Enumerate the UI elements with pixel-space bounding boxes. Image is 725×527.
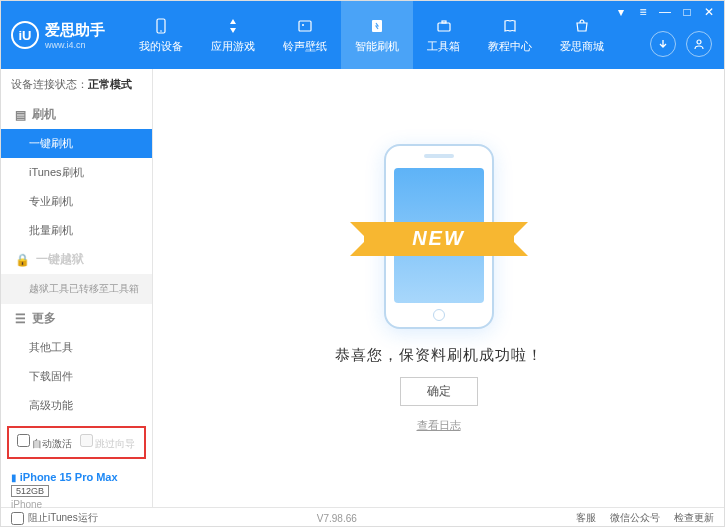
section-flash[interactable]: ▤ 刷机	[1, 100, 152, 129]
app-url: www.i4.cn	[45, 40, 105, 50]
svg-point-1	[160, 30, 162, 32]
maximize-icon[interactable]: □	[680, 5, 694, 19]
device-storage: 512GB	[11, 485, 49, 497]
lock-icon: 🔒	[15, 253, 30, 267]
nav-toolbox[interactable]: 工具箱	[413, 1, 474, 69]
nav-store[interactable]: 爱思商城	[546, 1, 618, 69]
nav-ringtones[interactable]: 铃声壁纸	[269, 1, 341, 69]
list-icon: ▤	[15, 108, 26, 122]
connection-status: 设备连接状态：正常模式	[1, 69, 152, 100]
more-icon: ☰	[15, 312, 26, 326]
sidebar: 设备连接状态：正常模式 ▤ 刷机 一键刷机 iTunes刷机 专业刷机 批量刷机…	[1, 69, 153, 507]
sidebar-item-other-tools[interactable]: 其他工具	[1, 333, 152, 362]
flash-icon	[367, 16, 387, 36]
logo-icon: iU	[11, 21, 39, 49]
footer-link-support[interactable]: 客服	[576, 511, 596, 525]
block-itunes-label: 阻止iTunes运行	[28, 511, 98, 525]
image-icon	[295, 16, 315, 36]
device-name: iPhone 15 Pro Max	[20, 471, 118, 483]
section-jailbreak: 🔒 一键越狱	[1, 245, 152, 274]
apps-icon	[223, 16, 243, 36]
svg-rect-6	[442, 21, 446, 23]
sidebar-item-itunes[interactable]: iTunes刷机	[1, 158, 152, 187]
window-controls: ▾ ≡ ― □ ✕	[614, 5, 716, 19]
svg-point-3	[302, 24, 304, 26]
svg-rect-2	[299, 21, 311, 31]
block-itunes-checkbox[interactable]	[11, 512, 24, 525]
phone-icon	[151, 16, 171, 36]
nav-apps[interactable]: 应用游戏	[197, 1, 269, 69]
version-label: V7.98.66	[317, 513, 357, 524]
store-icon	[572, 16, 592, 36]
device-phone-icon: ▮	[11, 472, 17, 483]
settings-icon[interactable]: ≡	[636, 5, 650, 19]
minimize-icon[interactable]: ―	[658, 5, 672, 19]
sidebar-item-oneclick[interactable]: 一键刷机	[1, 129, 152, 158]
toolbox-icon	[434, 16, 454, 36]
footer-link-update[interactable]: 检查更新	[674, 511, 714, 525]
book-icon	[500, 16, 520, 36]
app-name: 爱思助手	[45, 21, 105, 40]
menu-icon[interactable]: ▾	[614, 5, 628, 19]
footer-link-wechat[interactable]: 微信公众号	[610, 511, 660, 525]
activation-options: 自动激活 跳过向导	[7, 426, 146, 459]
checkbox-skip-guide[interactable]: 跳过向导	[80, 434, 135, 451]
user-button[interactable]	[686, 31, 712, 57]
sidebar-item-advanced[interactable]: 高级功能	[1, 391, 152, 420]
main-nav: 我的设备 应用游戏 铃声壁纸 智能刷机 工具箱 教程中心 爱思商城	[125, 1, 618, 69]
logo: iU 爱思助手 www.i4.cn	[11, 21, 105, 50]
success-message: 恭喜您，保资料刷机成功啦！	[335, 346, 543, 365]
checkbox-auto-activate[interactable]: 自动激活	[17, 434, 72, 451]
device-info[interactable]: ▮ iPhone 15 Pro Max 512GB iPhone	[1, 465, 152, 516]
view-log-link[interactable]: 查看日志	[417, 418, 461, 433]
close-icon[interactable]: ✕	[702, 5, 716, 19]
svg-point-7	[697, 40, 701, 44]
sidebar-item-download-fw[interactable]: 下载固件	[1, 362, 152, 391]
phone-illustration: NEW	[374, 144, 504, 334]
nav-flash[interactable]: 智能刷机	[341, 1, 413, 69]
section-more[interactable]: ☰ 更多	[1, 304, 152, 333]
nav-my-device[interactable]: 我的设备	[125, 1, 197, 69]
svg-rect-5	[438, 23, 450, 31]
header-right-buttons	[650, 31, 712, 57]
download-button[interactable]	[650, 31, 676, 57]
sidebar-item-pro[interactable]: 专业刷机	[1, 187, 152, 216]
nav-tutorials[interactable]: 教程中心	[474, 1, 546, 69]
main-content: NEW 恭喜您，保资料刷机成功啦！ 确定 查看日志	[153, 69, 724, 507]
jailbreak-note: 越狱工具已转移至工具箱	[1, 274, 152, 304]
new-banner: NEW	[364, 222, 514, 256]
device-type: iPhone	[11, 499, 142, 510]
sidebar-item-batch[interactable]: 批量刷机	[1, 216, 152, 245]
app-header: iU 爱思助手 www.i4.cn 我的设备 应用游戏 铃声壁纸 智能刷机 工具…	[1, 1, 724, 69]
ok-button[interactable]: 确定	[400, 377, 478, 406]
